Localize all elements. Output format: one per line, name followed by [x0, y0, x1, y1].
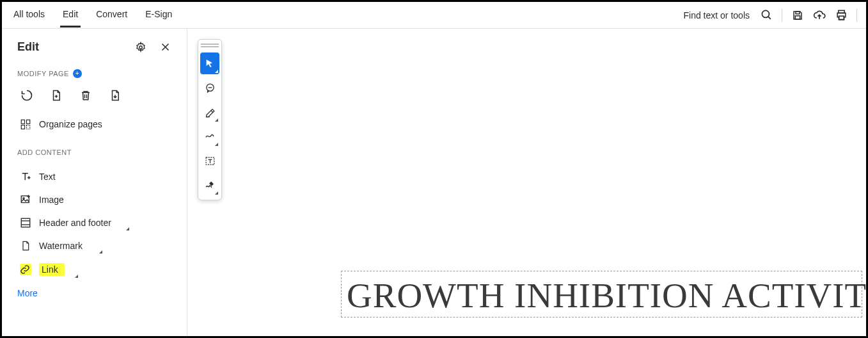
menubar-right: Find text or tools [684, 9, 858, 22]
submenu-indicator-icon [99, 250, 102, 254]
submenu-indicator-icon [126, 227, 129, 230]
sidebar-title: Edit [17, 40, 39, 54]
close-icon[interactable] [159, 41, 171, 54]
toolbar-drag-handle[interactable] [201, 44, 219, 47]
section-add-label: ADD CONTENT [17, 149, 72, 156]
cloud-upload-icon[interactable] [813, 9, 826, 22]
organize-pages-icon [20, 118, 31, 130]
trash-icon[interactable] [79, 88, 93, 102]
save-icon[interactable] [791, 9, 804, 22]
link-icon [20, 264, 31, 275]
sidebar-header: Edit [17, 40, 171, 54]
link-item[interactable]: Link [17, 257, 171, 282]
select-tool[interactable] [200, 52, 219, 74]
svg-rect-2 [796, 12, 800, 14]
plus-badge-icon: + [73, 69, 82, 78]
textbox-tool[interactable] [200, 150, 219, 172]
text-edit-frame[interactable]: GROWTH INHIBITION ACTIVITY [341, 271, 862, 318]
menu-all-tools[interactable]: All tools [11, 3, 47, 28]
more-link[interactable]: More [17, 288, 171, 298]
svg-rect-17 [21, 196, 29, 203]
watermark-icon [20, 240, 31, 252]
extract-page-icon[interactable] [108, 88, 122, 102]
add-image-label: Image [39, 195, 64, 205]
print-icon[interactable] [835, 9, 848, 22]
submenu-indicator-icon [215, 118, 218, 122]
submenu-indicator-icon [215, 191, 218, 195]
insert-page-icon[interactable] [49, 88, 63, 102]
watermark-label: Watermark [39, 241, 83, 251]
menu-edit[interactable]: Edit [60, 3, 81, 28]
header-footer-item[interactable]: Header and footer [17, 211, 171, 234]
svg-rect-3 [795, 15, 800, 19]
floating-toolbar [198, 39, 222, 200]
submenu-indicator-icon [215, 143, 218, 146]
gear-icon[interactable] [134, 41, 147, 54]
header-footer-icon [20, 217, 31, 229]
add-text-label: Text [39, 172, 56, 182]
edit-sidebar: Edit MODIFY PAGE + [2, 29, 187, 336]
document-heading-text[interactable]: GROWTH INHIBITION ACTIVITY [347, 275, 856, 316]
svg-rect-14 [27, 120, 30, 124]
document-canvas[interactable]: GROWTH INHIBITION ACTIVITY [187, 29, 866, 336]
svg-rect-16 [27, 125, 30, 129]
submenu-indicator-icon [75, 275, 78, 278]
svg-rect-5 [839, 16, 844, 20]
comment-tool[interactable] [200, 77, 219, 99]
text-icon [20, 171, 31, 182]
organize-pages-item[interactable]: Organize pages [17, 113, 171, 136]
section-modify-page: MODIFY PAGE + [17, 69, 171, 78]
svg-line-1 [768, 17, 770, 19]
image-icon [20, 194, 31, 205]
section-modify-label: MODIFY PAGE [17, 70, 69, 77]
watermark-item[interactable]: Watermark [17, 234, 171, 257]
find-label: Find text or tools [684, 10, 750, 20]
separator [856, 9, 857, 22]
section-add-content: ADD CONTENT [17, 149, 171, 156]
separator [782, 9, 782, 22]
modify-page-toolbar [17, 87, 171, 113]
link-label: Link [39, 263, 65, 276]
highlight-tool[interactable] [200, 101, 219, 123]
menu-esign[interactable]: E-Sign [143, 3, 175, 28]
sign-tool[interactable] [200, 174, 219, 196]
svg-rect-13 [21, 120, 24, 124]
header-footer-label: Header and footer [39, 218, 111, 228]
svg-rect-19 [21, 218, 30, 227]
svg-point-0 [762, 10, 769, 17]
search-icon[interactable] [760, 9, 773, 22]
rotate-icon[interactable] [20, 88, 34, 102]
organize-pages-label: Organize pages [39, 119, 102, 129]
submenu-indicator-icon [215, 70, 218, 73]
top-menubar: All tools Edit Convert E-Sign Find text … [2, 2, 866, 29]
add-image-item[interactable]: Image [17, 188, 171, 211]
svg-rect-15 [21, 125, 24, 129]
menubar-left: All tools Edit Convert E-Sign [11, 3, 175, 28]
menu-convert[interactable]: Convert [93, 3, 130, 28]
svg-point-6 [139, 45, 143, 49]
main-area: Edit MODIFY PAGE + [2, 29, 866, 336]
add-text-item[interactable]: Text [17, 165, 171, 188]
draw-tool[interactable] [200, 125, 219, 147]
